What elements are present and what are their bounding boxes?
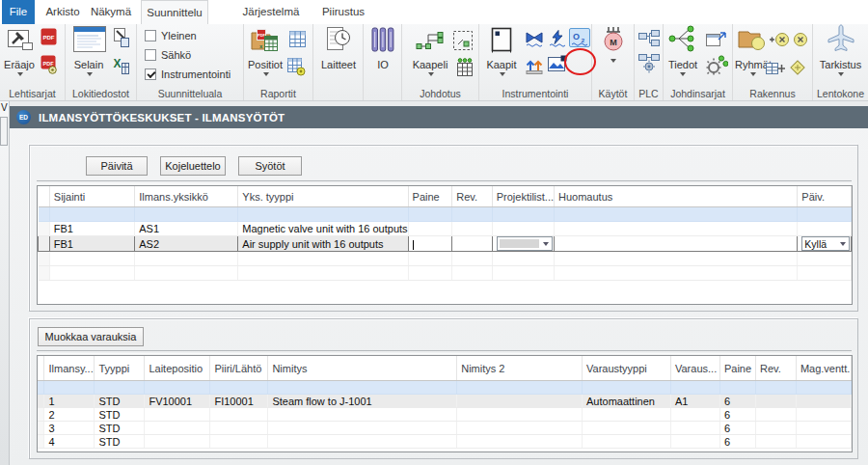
column-header[interactable]: Nimitys xyxy=(268,356,457,381)
cell-laitepositio[interactable]: FV10001 xyxy=(145,395,210,408)
side-panel-handle[interactable] xyxy=(0,117,8,146)
tarkistus-button[interactable]: Tarkistus xyxy=(813,24,868,80)
column-header[interactable]: Paine xyxy=(408,186,452,207)
kaapit-button[interactable]: Kaapit xyxy=(481,24,522,80)
tab-jarjestelma[interactable]: Järjestelmä xyxy=(233,0,309,24)
drawing-image-icon[interactable] xyxy=(548,55,567,78)
column-header[interactable]: Sijainti xyxy=(49,186,134,207)
cell-nimitys[interactable]: Steam flow to J-1001 xyxy=(268,395,457,408)
cell-sijainti[interactable]: FB1 xyxy=(49,222,134,236)
pdf-report-icon[interactable]: PDF xyxy=(41,28,57,49)
empty-row[interactable] xyxy=(39,252,852,266)
cell-paine[interactable]: 6 xyxy=(719,422,755,435)
copy-log-icon[interactable] xyxy=(112,28,129,51)
plc-settings-icon[interactable] xyxy=(638,54,660,77)
checkbox-sahko[interactable]: Sähkö xyxy=(145,48,191,62)
cell-piiri[interactable]: FI10001 xyxy=(210,395,268,408)
table-row[interactable]: 3 STD 6 xyxy=(38,422,852,435)
table-row[interactable]: 1 STD FV10001 FI10001 Steam flow to J-10… xyxy=(38,395,852,408)
cell-tyyppi[interactable]: STD xyxy=(95,395,145,408)
paiv-combobox[interactable]: Kyllä xyxy=(801,236,850,251)
plc-structure-icon[interactable] xyxy=(638,30,660,51)
cell-nro[interactable]: 4 xyxy=(44,435,95,449)
cell-nro[interactable]: 3 xyxy=(44,422,95,435)
transfer-arrows-icon[interactable] xyxy=(525,55,544,78)
column-header[interactable]: Mag.ventt. xyxy=(796,356,851,381)
column-header[interactable]: Projektilist... xyxy=(492,186,554,207)
tab-file[interactable]: File xyxy=(2,0,35,24)
huomautus-edit-cell[interactable] xyxy=(555,236,798,252)
pdf-settings-icon[interactable]: PDF xyxy=(41,55,58,78)
cell-paine[interactable]: 6 xyxy=(719,395,755,408)
column-header[interactable]: Huomautus xyxy=(555,186,798,207)
column-header[interactable]: Päiv. xyxy=(798,186,852,207)
cell-tyyppi[interactable]: Magnetic valve unit with 16 outputs xyxy=(238,222,408,236)
cell-tyyppi[interactable]: STD xyxy=(95,422,145,435)
column-header[interactable]: Rev. xyxy=(755,356,796,381)
collapsed-side-panel-tab[interactable]: V xyxy=(0,101,10,465)
column-header[interactable]: Laitepositio xyxy=(145,356,210,381)
cell-varaustyyppi[interactable]: Automaattinen xyxy=(583,395,671,408)
highlighted-empty-row[interactable] xyxy=(38,381,852,395)
cell-sijainti[interactable]: FB1 xyxy=(49,236,134,252)
window-export-icon[interactable] xyxy=(706,30,727,51)
column-header[interactable]: Nimitys 2 xyxy=(457,356,583,381)
tiedot-button[interactable]: Tiedot xyxy=(664,24,702,80)
paine-edit-cell[interactable] xyxy=(408,236,452,252)
kaytot-button[interactable]: M xyxy=(592,24,635,80)
column-header[interactable]: Rev. xyxy=(452,186,493,207)
column-header[interactable]: Piiri/Lähtö xyxy=(210,356,268,381)
column-header[interactable]: Varaus... xyxy=(670,356,719,381)
column-header[interactable]: Ilmans.yksikkö xyxy=(135,186,238,207)
column-header[interactable]: Paine xyxy=(719,356,755,381)
column-header[interactable]: Yks. tyyppi xyxy=(238,186,408,207)
kaapeli-button[interactable]: Kaapeli xyxy=(404,24,456,80)
lightning-instrument-icon[interactable] xyxy=(548,30,567,51)
tab-arkisto[interactable]: Arkisto xyxy=(41,0,85,24)
column-header[interactable]: Varaustyyppi xyxy=(583,356,671,381)
cell-varaus[interactable]: A1 xyxy=(670,395,719,408)
tab-nakyma[interactable]: Näkymä xyxy=(89,0,133,24)
cell-paine[interactable]: 6 xyxy=(719,435,755,449)
checkbox-yleinen[interactable]: Yleinen xyxy=(145,29,197,42)
selected-edit-row[interactable]: FB1 AS2 Air supply unit with 16 outputs … xyxy=(39,236,852,252)
cell-nro[interactable]: 2 xyxy=(44,408,95,422)
cell-yksikko[interactable]: AS1 xyxy=(135,222,238,236)
table-settings-icon[interactable] xyxy=(287,58,306,80)
projektilista-combo-cell[interactable] xyxy=(492,236,554,252)
positiot-button[interactable]: PDFx Positiot xyxy=(244,24,286,80)
valve-icon[interactable] xyxy=(525,30,544,51)
table-row[interactable]: 2 STD 6 xyxy=(38,408,852,422)
table-row[interactable]: 4 STD 6 xyxy=(38,435,852,449)
io-button[interactable]: IO xyxy=(364,24,402,80)
cell-nro[interactable]: 1 xyxy=(44,395,95,408)
cell-paine[interactable]: 6 xyxy=(719,408,755,422)
excel-export-icon[interactable]: X xyxy=(112,55,129,78)
laitteet-button[interactable]: Laitteet xyxy=(313,24,364,80)
diamond-marker-icon[interactable] xyxy=(789,59,806,80)
muokkaa-varauksia-button[interactable]: Muokkaa varauksia xyxy=(38,327,144,346)
projektilista-combobox[interactable] xyxy=(497,236,553,251)
selain-button[interactable]: Selain xyxy=(69,24,108,80)
cell-tyyppi[interactable]: STD xyxy=(95,408,145,422)
column-header[interactable]: Tyyppi xyxy=(95,356,145,381)
highlighted-empty-row[interactable] xyxy=(39,207,852,222)
cell-yksikko[interactable]: AS2 xyxy=(135,236,238,252)
column-header[interactable]: Ilmansy... xyxy=(44,356,95,381)
grid-add-icon[interactable] xyxy=(766,61,785,80)
empty-row[interactable] xyxy=(39,266,852,281)
tab-suunnittelu[interactable]: Suunnittelu xyxy=(141,0,208,24)
group-marker-icon[interactable] xyxy=(793,32,808,51)
checkbox-instrumentointi[interactable]: Instrumentointi xyxy=(145,68,231,81)
wiring-grid-icon[interactable] xyxy=(456,58,474,81)
paiv-combo-cell[interactable]: Kyllä xyxy=(798,236,852,252)
add-group-icon[interactable] xyxy=(769,32,790,51)
selection-marquee-icon[interactable] xyxy=(452,30,474,55)
tab-piirustus[interactable]: Piirustus xyxy=(312,0,374,24)
table-report-icon[interactable] xyxy=(289,31,306,51)
paivita-button[interactable]: Päivitä xyxy=(86,156,148,176)
cell-tyyppi[interactable]: Air supply unit with 16 outputs xyxy=(238,236,408,252)
table-row[interactable]: FB1 AS1 Magnetic valve unit with 16 outp… xyxy=(39,222,852,236)
kojeluettelo-button[interactable]: Kojeluettelo xyxy=(160,156,226,176)
syotot-button[interactable]: Syötöt xyxy=(238,156,302,176)
